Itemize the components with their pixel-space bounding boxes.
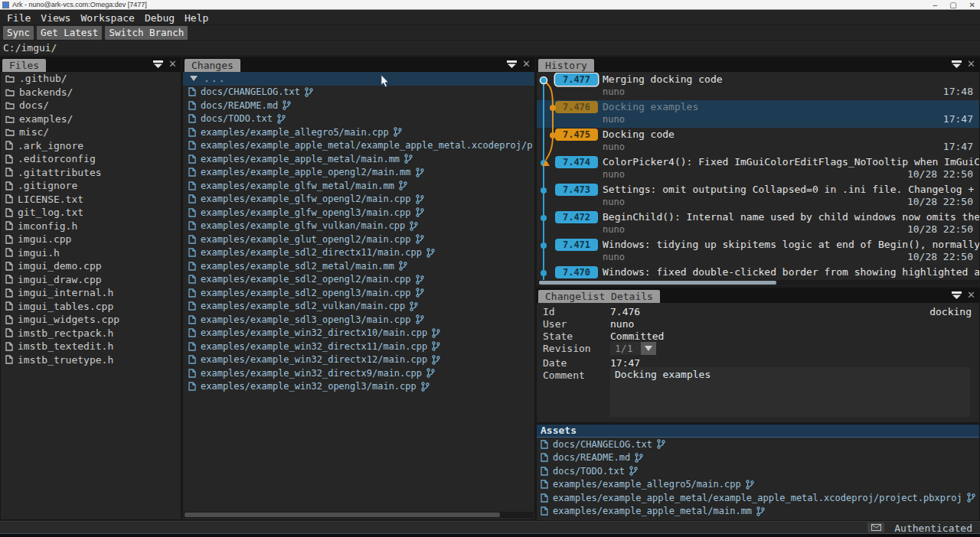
changed-file-row[interactable]: examples/example_sdl2_metal/main.mm [183, 259, 534, 273]
get-latest-button[interactable]: Get Latest [37, 26, 102, 40]
file-tree-item[interactable]: imgui.cpp [1, 233, 181, 246]
changed-file-row[interactable]: examples/example_apple_metal/main.mm [183, 152, 534, 166]
asset-row[interactable]: examples/example_apple_metal/main.mm [537, 505, 979, 519]
changed-file-row[interactable]: examples/example_sdl2_opengl2/main.cpp [183, 273, 534, 287]
filter-icon[interactable] [507, 60, 517, 69]
maximize-button[interactable]: ▢ [949, 0, 956, 10]
file-tree-item[interactable]: docs/ [1, 99, 181, 112]
file-tree-item[interactable]: imgui_tables.cpp [1, 300, 181, 314]
tab-history[interactable]: History [538, 59, 594, 72]
tab-files[interactable]: Files [2, 59, 46, 72]
envelope-icon[interactable] [867, 522, 884, 532]
file-icon [188, 355, 196, 364]
changed-file-row[interactable]: examples/example_sdl3_opengl3/main.cpp [183, 313, 534, 327]
current-path[interactable]: C:/imgui/ [3, 42, 57, 54]
menu-workspace[interactable]: Workspace [80, 12, 134, 24]
changed-file-path: examples/example_glfw_vulkan/main.cpp [201, 220, 405, 231]
file-tree-item[interactable]: imgui.h [1, 246, 181, 260]
changes-expander-row[interactable]: ... [183, 72, 534, 86]
file-tree-item[interactable]: imgui_demo.cpp [1, 259, 181, 273]
revision-dropdown[interactable]: 1/1 [610, 342, 656, 355]
changed-file-row[interactable]: examples/example_sdl2_vulkan/main.cpp [183, 300, 534, 314]
file-tree-item[interactable]: .github/ [1, 72, 181, 86]
menu-file[interactable]: File [7, 12, 31, 24]
asset-row[interactable]: docs/TODO.txt [537, 464, 979, 478]
filter-icon[interactable] [952, 291, 962, 300]
changed-file-row[interactable]: docs/TODO.txt [183, 112, 534, 126]
changed-file-row[interactable]: examples/example_glfw_opengl2/main.cpp [183, 193, 534, 207]
commit-row[interactable]: 7.474ColorPicker4(): Fixed ImGuiColorEdi… [537, 155, 979, 183]
file-tree-item[interactable]: imconfig.h [1, 220, 181, 233]
asset-row[interactable]: docs/CHANGELOG.txt [537, 438, 979, 451]
changed-file-path: docs/CHANGELOG.txt [201, 86, 300, 97]
file-tree-item[interactable]: imstb_textedit.h [1, 340, 181, 353]
changed-file-row[interactable]: docs/README.md [183, 99, 534, 112]
file-tree-item[interactable]: .gitattributes [1, 166, 181, 180]
close-icon[interactable]: ✕ [168, 60, 177, 69]
close-icon[interactable]: ✕ [522, 60, 531, 69]
menu-help[interactable]: Help [185, 12, 208, 24]
asset-row[interactable]: docs/README.md [537, 451, 979, 465]
chevron-down-icon[interactable] [190, 76, 198, 81]
file-name: .ark_ignore [18, 140, 83, 151]
menu-views[interactable]: Views [41, 12, 70, 24]
changed-file-row[interactable]: examples/example_sdl2_opengl3/main.cpp [183, 286, 534, 300]
file-tree-item[interactable]: git_log.txt [1, 206, 181, 220]
asset-row[interactable]: examples/example_allegro5/main.cpp [537, 478, 979, 492]
changed-file-row[interactable]: examples/example_win32_directx12/main.cp… [183, 353, 534, 367]
changed-file-row[interactable]: examples/example_win32_directx9/main.cpp [183, 366, 534, 380]
comment-textarea[interactable]: Docking examples [610, 367, 970, 417]
file-tree-item[interactable]: examples/ [1, 112, 181, 126]
changes-hscrollbar[interactable] [184, 512, 534, 518]
commit-row[interactable]: 7.472BeginChild(): Internal name used by… [537, 210, 979, 238]
file-tree-item[interactable]: .ark_ignore [1, 139, 181, 153]
asset-row[interactable]: examples/example_apple_metal/example_app… [537, 491, 979, 505]
file-tree-item[interactable]: imstb_truetype.h [1, 353, 181, 367]
filter-icon[interactable] [952, 60, 962, 69]
dropdown-arrow-button[interactable] [641, 342, 656, 355]
changed-file-row[interactable]: examples/example_win32_opengl3/main.cpp [183, 380, 534, 394]
git-branch-icon [432, 328, 440, 338]
history-hscrollbar[interactable] [537, 280, 978, 285]
git-branch-icon [416, 168, 424, 177]
file-tree-item[interactable]: .editorconfig [1, 152, 181, 166]
sync-button[interactable]: Sync [3, 26, 34, 40]
close-icon[interactable]: ✕ [967, 60, 975, 69]
changed-file-row[interactable]: examples/example_glfw_metal/main.mm [183, 179, 534, 193]
git-branch-icon [410, 221, 418, 231]
file-tree-item[interactable]: LICENSE.txt [1, 193, 181, 207]
file-tree-item[interactable]: backends/ [1, 86, 181, 99]
tab-changelist-details[interactable]: Changelist Details [538, 290, 660, 303]
switch-branch-button[interactable]: Switch Branch [105, 26, 188, 40]
changed-file-row[interactable]: examples/example_apple_metal/example_app… [183, 139, 534, 153]
changed-file-row[interactable]: examples/example_allegro5/main.cpp [183, 125, 534, 139]
file-tree-item[interactable]: imstb_rectpack.h [1, 327, 181, 340]
tab-changes[interactable]: Changes [185, 59, 240, 72]
changed-file-row[interactable]: examples/example_glut_opengl2/main.cpp [183, 233, 534, 246]
changed-file-row[interactable]: examples/example_win32_directx10/main.cp… [183, 327, 534, 340]
close-button[interactable]: ✕ [969, 0, 975, 10]
commit-row[interactable]: 7.475Docking codenuno17:47 [537, 128, 979, 155]
file-tree-item[interactable]: imgui_internal.h [1, 286, 181, 300]
file-tree-item[interactable]: imgui_draw.cpp [1, 273, 181, 287]
changed-file-row[interactable]: examples/example_win32_directx11/main.cp… [183, 340, 534, 353]
changed-file-row[interactable]: docs/CHANGELOG.txt [183, 86, 534, 99]
changed-file-row[interactable]: examples/example_apple_opengl2/main.mm [183, 166, 534, 180]
changed-file-row[interactable]: examples/example_glfw_opengl3/main.cpp [183, 206, 534, 220]
file-tree-item[interactable]: imgui_widgets.cpp [1, 313, 181, 327]
changed-file-row[interactable]: examples/example_glfw_vulkan/main.cpp [183, 220, 534, 233]
git-branch-icon [635, 453, 643, 463]
commit-row[interactable]: 7.473Settings: omit outputing Collapsed=… [537, 183, 979, 210]
file-tree-item[interactable]: .gitignore [1, 179, 181, 193]
commit-row[interactable]: 7.470Windows: fixed double-clicked borde… [537, 265, 979, 280]
file-tree-item[interactable]: misc/ [1, 125, 181, 139]
minimize-button[interactable]: – [933, 0, 938, 10]
commit-row[interactable]: 7.476Docking examplesnuno17:47 [537, 100, 979, 128]
menu-debug[interactable]: Debug [145, 12, 175, 24]
commit-row[interactable]: 7.471Windows: tidying up skipitems logic… [537, 238, 979, 265]
changed-file-row[interactable]: examples/example_sdl2_directx11/main.cpp [183, 246, 534, 260]
close-icon[interactable]: ✕ [967, 291, 975, 300]
commit-row[interactable]: 7.477Merging docking codenuno17:48 [537, 73, 979, 100]
filter-icon[interactable] [153, 60, 163, 69]
field-label-id: Id [543, 306, 555, 317]
